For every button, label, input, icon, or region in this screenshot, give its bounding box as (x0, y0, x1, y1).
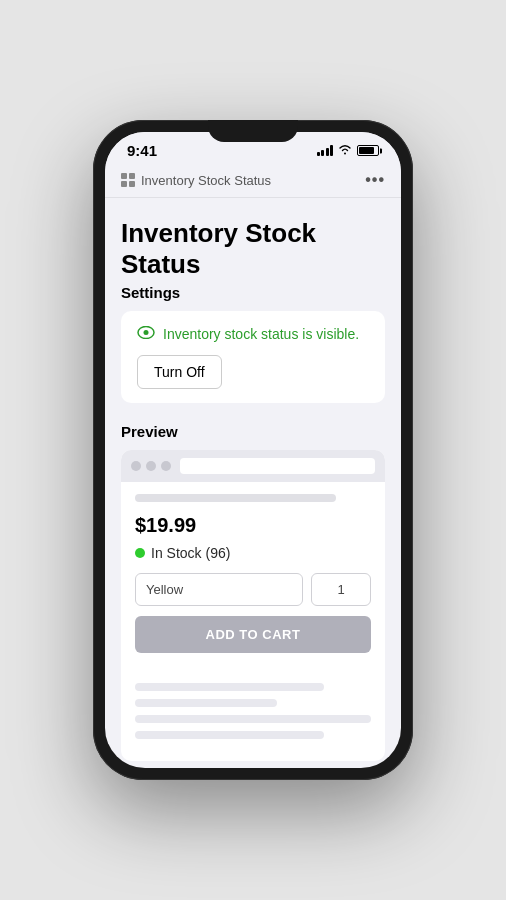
wifi-icon (338, 144, 352, 158)
browser-address-bar (180, 458, 375, 474)
skeleton-line-1 (135, 683, 324, 691)
grid-icon (121, 173, 135, 187)
phone-frame: 9:41 (93, 120, 413, 780)
phone-screen: 9:41 (105, 132, 401, 768)
skeleton-content (121, 675, 385, 761)
preview-card: $19.99 In Stock (96) Yellow 1 ADD TO CAR… (121, 450, 385, 761)
browser-dot-2 (146, 461, 156, 471)
skeleton-line-2 (135, 699, 277, 707)
nav-title: Inventory Stock Status (141, 173, 271, 188)
battery-icon (357, 145, 379, 156)
browser-dot-3 (161, 461, 171, 471)
nav-left: Inventory Stock Status (121, 173, 271, 188)
settings-label: Settings (121, 284, 385, 301)
svg-point-1 (144, 330, 149, 335)
content-area: Inventory Stock Status Settings Inventor… (105, 198, 401, 768)
visibility-status-text: Inventory stock status is visible. (163, 326, 359, 342)
quantity-field[interactable]: 1 (311, 573, 371, 606)
product-price: $19.99 (135, 514, 371, 537)
browser-bar (121, 450, 385, 482)
stock-indicator-dot (135, 548, 145, 558)
product-image-placeholder (135, 494, 336, 502)
turn-off-button[interactable]: Turn Off (137, 355, 222, 389)
signal-icon (317, 145, 334, 156)
page-title: Inventory Stock Status (121, 218, 385, 280)
stock-status-row: In Stock (96) (135, 545, 371, 561)
visibility-status-row: Inventory stock status is visible. (137, 325, 369, 343)
skeleton-line-3 (135, 715, 371, 723)
browser-dot-1 (131, 461, 141, 471)
nav-bar: Inventory Stock Status ••• (105, 163, 401, 198)
preview-label: Preview (121, 423, 385, 440)
status-icons (317, 144, 380, 158)
status-time: 9:41 (127, 142, 157, 159)
eye-icon (137, 325, 155, 343)
nav-more-button[interactable]: ••• (365, 171, 385, 189)
product-preview: $19.99 In Stock (96) Yellow 1 ADD TO CAR… (121, 482, 385, 675)
stock-status-text: In Stock (96) (151, 545, 230, 561)
add-to-cart-button[interactable]: ADD TO CART (135, 616, 371, 653)
settings-card: Inventory stock status is visible. Turn … (121, 311, 385, 403)
notch (208, 120, 298, 142)
skeleton-line-4 (135, 731, 324, 739)
variant-selector[interactable]: Yellow (135, 573, 303, 606)
variant-row: Yellow 1 (135, 573, 371, 606)
